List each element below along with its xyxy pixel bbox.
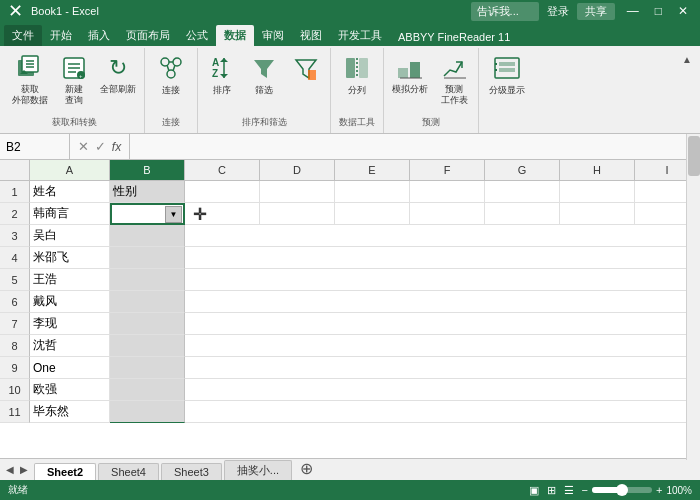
row-header-8[interactable]: 8 xyxy=(0,335,30,357)
cell-b10[interactable] xyxy=(110,379,185,401)
tab-file[interactable]: 文件 xyxy=(4,25,42,46)
cell-b7[interactable] xyxy=(110,313,185,335)
share-btn[interactable]: 共享 xyxy=(577,3,615,20)
col-header-d[interactable]: D xyxy=(260,160,335,180)
filter-btn[interactable]: 筛选 xyxy=(244,50,284,116)
insert-function-btn[interactable]: fx xyxy=(112,140,121,154)
minimize-btn[interactable]: — xyxy=(623,4,643,18)
tab-review[interactable]: 审阅 xyxy=(254,25,292,46)
cell-a4[interactable]: 米邵飞 xyxy=(30,247,110,269)
cancel-formula-btn[interactable]: ✕ xyxy=(78,139,89,154)
cell-b2[interactable]: ▼ xyxy=(110,203,185,225)
tab-formula[interactable]: 公式 xyxy=(178,25,216,46)
tab-start[interactable]: 开始 xyxy=(42,25,80,46)
row-header-9[interactable]: 9 xyxy=(0,357,30,379)
cell-a10[interactable]: 欧强 xyxy=(30,379,110,401)
cell-b9[interactable] xyxy=(110,357,185,379)
sort-btn[interactable]: A Z 排序 xyxy=(202,50,242,116)
cell-f1[interactable] xyxy=(410,181,485,203)
sheet-tab-choujiang[interactable]: 抽奖小... xyxy=(224,460,292,480)
cell-e1[interactable] xyxy=(335,181,410,203)
cell-h2[interactable] xyxy=(560,203,635,225)
cell-b11[interactable] xyxy=(110,401,185,423)
refresh-all-btn[interactable]: ↻ 全部刷新 xyxy=(96,50,140,116)
row-header-1[interactable]: 1 xyxy=(0,181,30,203)
cell-b5[interactable] xyxy=(110,269,185,291)
tab-developer[interactable]: 开发工具 xyxy=(330,25,390,46)
advanced-filter-btn[interactable] xyxy=(286,50,326,116)
cell-c1[interactable] xyxy=(185,181,260,203)
cell-b8[interactable] xyxy=(110,335,185,357)
sheet-tab-sheet2[interactable]: Sheet2 xyxy=(34,463,96,480)
row-header-4[interactable]: 4 xyxy=(0,247,30,269)
name-box[interactable]: B2 xyxy=(0,134,70,159)
cell-a9[interactable]: One xyxy=(30,357,110,379)
sheet-tab-next[interactable]: ▶ xyxy=(18,464,30,475)
get-external-data-btn[interactable]: 获取外部数据 xyxy=(8,50,52,116)
cell-e2[interactable] xyxy=(335,203,410,225)
search-box[interactable]: 告诉我... xyxy=(471,2,539,21)
cell-b4[interactable] xyxy=(110,247,185,269)
row-header-7[interactable]: 7 xyxy=(0,313,30,335)
login-btn[interactable]: 登录 xyxy=(547,4,569,19)
sheet-tab-sheet3[interactable]: Sheet3 xyxy=(161,463,222,480)
col-header-h[interactable]: H xyxy=(560,160,635,180)
tab-data[interactable]: 数据 xyxy=(216,25,254,46)
tab-insert[interactable]: 插入 xyxy=(80,25,118,46)
formula-input[interactable] xyxy=(130,134,700,159)
row-header-3[interactable]: 3 xyxy=(0,225,30,247)
cell-c2[interactable]: ✛ xyxy=(185,203,260,225)
sheet-tab-sheet4[interactable]: Sheet4 xyxy=(98,463,159,480)
tab-abbyy[interactable]: ABBYY FineReader 11 xyxy=(390,28,518,46)
zoom-out-btn[interactable]: − xyxy=(582,484,588,496)
cell-h1[interactable] xyxy=(560,181,635,203)
row-header-10[interactable]: 10 xyxy=(0,379,30,401)
connections-btn[interactable]: 连接 xyxy=(151,50,191,116)
cell-g2[interactable] xyxy=(485,203,560,225)
cell-d2[interactable] xyxy=(260,203,335,225)
view-preview-btn[interactable]: ☰ xyxy=(564,484,574,497)
confirm-formula-btn[interactable]: ✓ xyxy=(95,139,106,154)
row-header-11[interactable]: 11 xyxy=(0,401,30,423)
cell-a1[interactable]: 姓名 xyxy=(30,181,110,203)
cell-a7[interactable]: 李现 xyxy=(30,313,110,335)
col-header-c[interactable]: C xyxy=(185,160,260,180)
close-btn[interactable]: ✕ xyxy=(674,4,692,18)
row-header-6[interactable]: 6 xyxy=(0,291,30,313)
cell-b6[interactable] xyxy=(110,291,185,313)
cell-a2[interactable]: 韩商言 xyxy=(30,203,110,225)
cell-g1[interactable] xyxy=(485,181,560,203)
add-sheet-btn[interactable]: ⊕ xyxy=(294,458,319,480)
cell-a3[interactable]: 吴白 xyxy=(30,225,110,247)
col-header-b[interactable]: B xyxy=(110,160,185,180)
col-header-f[interactable]: F xyxy=(410,160,485,180)
sheet-tab-prev[interactable]: ◀ xyxy=(4,464,16,475)
row-header-2[interactable]: 2 xyxy=(0,203,30,225)
new-query-btn[interactable]: + 新建查询 xyxy=(54,50,94,116)
cell-b1[interactable]: 性别 xyxy=(110,181,185,203)
row-header-5[interactable]: 5 xyxy=(0,269,30,291)
view-normal-btn[interactable]: ▣ xyxy=(529,484,539,497)
text-to-columns-btn[interactable]: 分列 xyxy=(337,50,377,116)
tab-view[interactable]: 视图 xyxy=(292,25,330,46)
col-header-a[interactable]: A xyxy=(30,160,110,180)
dropdown-arrow-b2[interactable]: ▼ xyxy=(165,206,182,223)
cell-b3[interactable] xyxy=(110,225,185,247)
col-header-e[interactable]: E xyxy=(335,160,410,180)
cell-a6[interactable]: 戴风 xyxy=(30,291,110,313)
forecast-btn[interactable]: 预测工作表 xyxy=(434,50,474,116)
cell-d1[interactable] xyxy=(260,181,335,203)
view-layout-btn[interactable]: ⊞ xyxy=(547,484,556,497)
maximize-btn[interactable]: □ xyxy=(651,4,666,18)
zoom-in-btn[interactable]: + xyxy=(656,484,662,496)
cell-a8[interactable]: 沈哲 xyxy=(30,335,110,357)
cell-a5[interactable]: 王浩 xyxy=(30,269,110,291)
outline-btn[interactable]: 分级显示 xyxy=(485,50,529,129)
sort-icon: A Z xyxy=(206,52,238,84)
col-header-g[interactable]: G xyxy=(485,160,560,180)
what-if-btn[interactable]: 模拟分析 xyxy=(388,50,432,116)
cell-a11[interactable]: 毕东然 xyxy=(30,401,110,423)
cell-f2[interactable] xyxy=(410,203,485,225)
tab-page-layout[interactable]: 页面布局 xyxy=(118,25,178,46)
collapse-ribbon-btn[interactable]: ▲ xyxy=(678,50,696,68)
